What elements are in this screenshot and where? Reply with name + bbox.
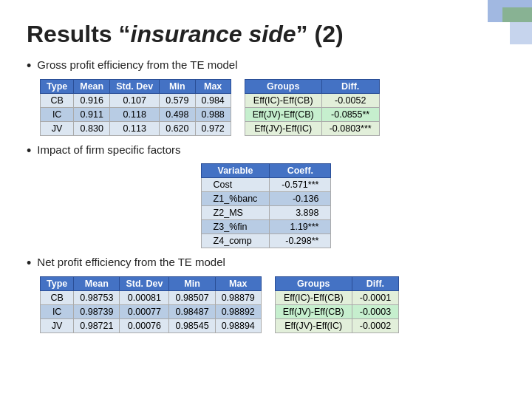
table-cell: 0.118: [110, 107, 160, 121]
svg-rect-1: [502, 7, 532, 22]
table-cell: 0.988: [195, 107, 231, 121]
table-cell: Z2_MS: [201, 206, 270, 220]
gross-groups-table: Groups Diff. Eff(IC)-Eff(CB)-0.0052Eff(J…: [245, 79, 380, 136]
bullet-gross: Gross profit efficiency from the TE mode…: [27, 58, 505, 75]
table-cell: -0.0001: [352, 290, 398, 304]
table-cell: JV: [41, 121, 74, 135]
table-cell: -0.0803***: [321, 121, 379, 135]
table-cell: 0.113: [110, 121, 160, 135]
table-cell: Eff(JV)-Eff(CB): [245, 107, 321, 121]
col-groups: Groups: [275, 276, 352, 290]
table-cell: 0.98487: [169, 304, 215, 318]
col-diff: Diff.: [321, 79, 379, 93]
section-net-profit: Net profit efficiency from the TE model …: [27, 256, 505, 333]
col-min: Min: [169, 276, 215, 290]
svg-rect-2: [510, 22, 532, 44]
table-cell: 0.620: [160, 121, 195, 135]
table-cell: 3.898: [270, 206, 331, 220]
table-cell: 0.579: [160, 93, 195, 107]
table-cell: CB: [41, 93, 74, 107]
table-cell: Z4_comp: [201, 234, 270, 248]
col-type: Type: [41, 79, 74, 93]
table-cell: 0.830: [74, 121, 110, 135]
col-max: Max: [215, 276, 261, 290]
col-stddev: Std. Dev: [120, 276, 169, 290]
table-cell: 0.911: [74, 107, 110, 121]
table-cell: CB: [41, 290, 74, 304]
col-coeff: Coeff.: [270, 164, 331, 178]
bullet-firm: Impact of firm specific factors: [27, 143, 505, 160]
page-title: Results “insurance side” (2): [27, 21, 505, 48]
table-cell: Z1_%banc: [201, 192, 270, 206]
table-cell: 1.19***: [270, 220, 331, 234]
table-cell: Eff(JV)-Eff(IC): [275, 318, 352, 332]
col-min: Min: [160, 79, 195, 93]
section-firm-factors: Impact of firm specific factors Variable…: [27, 143, 505, 249]
table-cell: Eff(JV)-Eff(CB): [275, 304, 352, 318]
col-max: Max: [195, 79, 231, 93]
table-cell: -0.0002: [352, 318, 398, 332]
net-tables-row: Type Mean Std. Dev Min Max CB0.987530.00…: [40, 276, 505, 333]
col-type: Type: [41, 276, 74, 290]
slide: Results “insurance side” (2) Gross profi…: [0, 0, 532, 399]
table-cell: 0.00076: [120, 318, 169, 332]
col-diff: Diff.: [352, 276, 398, 290]
table-cell: Z3_%fin: [201, 220, 270, 234]
col-groups: Groups: [245, 79, 321, 93]
table-cell: -0.571***: [270, 178, 331, 192]
table-cell: IC: [41, 304, 74, 318]
table-cell: JV: [41, 318, 74, 332]
table-cell: 0.972: [195, 121, 231, 135]
coeff-table: Variable Coeff. Cost-0.571***Z1_%banc-0.…: [201, 163, 332, 248]
table-cell: -0.0003: [352, 304, 398, 318]
table-cell: Eff(IC)-Eff(CB): [245, 93, 321, 107]
table-cell: Cost: [201, 178, 270, 192]
table-cell: 0.916: [74, 93, 110, 107]
table-cell: 0.98507: [169, 290, 215, 304]
table-cell: 0.498: [160, 107, 195, 121]
coeff-table-wrap: Variable Coeff. Cost-0.571***Z1_%banc-0.…: [27, 163, 505, 248]
table-cell: 0.98545: [169, 318, 215, 332]
table-cell: 0.107: [110, 93, 160, 107]
table-cell: 0.98753: [74, 290, 120, 304]
bullet-net: Net profit efficiency from the TE model: [27, 256, 505, 272]
table-cell: 0.98892: [215, 304, 261, 318]
table-cell: Eff(JV)-Eff(IC): [245, 121, 321, 135]
table-cell: 0.98879: [215, 290, 261, 304]
table-cell: 0.00081: [120, 290, 169, 304]
corner-decoration: [443, 0, 532, 44]
gross-tables-row: Type Mean Std. Dev Min Max CB0.9160.1070…: [40, 79, 505, 136]
col-mean: Mean: [74, 79, 110, 93]
col-stddev: Std. Dev: [110, 79, 160, 93]
table-cell: -0.136: [270, 192, 331, 206]
table-cell: 0.98894: [215, 318, 261, 332]
col-mean: Mean: [74, 276, 120, 290]
table-cell: 0.98739: [74, 304, 120, 318]
net-stats-table: Type Mean Std. Dev Min Max CB0.987530.00…: [40, 276, 262, 333]
net-groups-table: Groups Diff. Eff(IC)-Eff(CB)-0.0001Eff(J…: [275, 276, 399, 333]
table-cell: 0.984: [195, 93, 231, 107]
table-cell: -0.0855**: [321, 107, 379, 121]
table-cell: -0.298**: [270, 234, 331, 248]
table-cell: 0.00077: [120, 304, 169, 318]
section-gross-profit: Gross profit efficiency from the TE mode…: [27, 58, 505, 136]
col-variable: Variable: [201, 164, 270, 178]
gross-stats-table: Type Mean Std. Dev Min Max CB0.9160.1070…: [40, 79, 231, 136]
table-cell: Eff(IC)-Eff(CB): [275, 290, 352, 304]
table-cell: -0.0052: [321, 93, 379, 107]
table-cell: IC: [41, 107, 74, 121]
table-cell: 0.98721: [74, 318, 120, 332]
